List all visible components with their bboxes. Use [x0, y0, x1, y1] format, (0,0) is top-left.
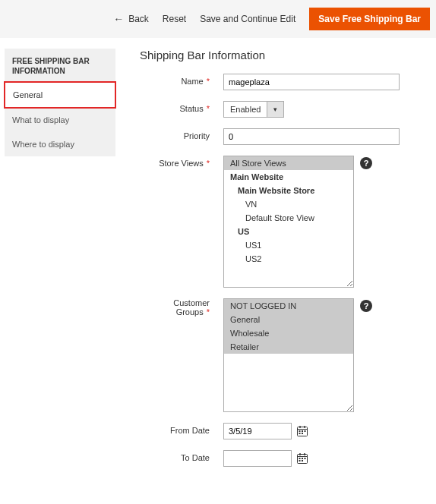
svg-rect-4 [299, 430, 301, 432]
list-item[interactable]: US [224, 225, 353, 238]
svg-rect-15 [305, 458, 306, 459]
back-label: Back [128, 14, 149, 24]
list-item[interactable]: US1 [224, 238, 353, 252]
list-item[interactable]: Wholesale [224, 326, 353, 340]
sidebar-item-what-to-display[interactable]: What to display [5, 108, 115, 132]
sidebar-item-where-to-display[interactable]: Where to display [5, 132, 115, 156]
calendar-icon[interactable] [296, 452, 308, 465]
main-wrap: FREE SHIPPING BAR INFORMATION General Wh… [0, 38, 436, 477]
store-views-multiselect[interactable]: All Store ViewsMain WebsiteMain Website … [223, 156, 354, 288]
priority-input[interactable] [223, 128, 400, 145]
list-item[interactable]: Default Store View [224, 211, 353, 225]
customer-groups-multiselect[interactable]: NOT LOGGED INGeneralWholesaleRetailer [223, 298, 354, 412]
list-item[interactable]: Main Website [224, 170, 353, 184]
sidebar-item-label: General [13, 90, 43, 99]
chevron-down-icon[interactable]: ▾ [267, 101, 284, 118]
content: Shipping Bar Information Name* Status* E… [115, 49, 436, 477]
page-title: Shipping Bar Information [140, 49, 428, 61]
row-priority: Priority [140, 128, 428, 145]
list-item[interactable]: NOT LOGGED IN [224, 299, 353, 313]
status-value: Enabled [223, 101, 267, 118]
row-name: Name* [140, 74, 428, 90]
svg-rect-5 [302, 430, 303, 432]
name-input[interactable] [223, 74, 400, 90]
label-store-views: Store Views* [140, 156, 210, 168]
row-status: Status* Enabled ▾ [140, 101, 428, 118]
arrow-left-icon: ← [113, 13, 124, 25]
calendar-icon[interactable] [296, 425, 308, 437]
list-item[interactable]: Retailer [224, 340, 353, 354]
sidebar-item-general[interactable]: General [4, 81, 116, 109]
list-item[interactable]: Main Website Store [224, 184, 353, 197]
row-from-date: From Date [140, 423, 428, 439]
top-action-bar: ← Back Reset Save and Continue Edit Save… [0, 0, 436, 38]
svg-rect-8 [302, 433, 303, 434]
list-item[interactable]: General [224, 313, 353, 326]
save-label: Save Free Shipping Bar [318, 14, 421, 24]
svg-rect-7 [299, 433, 301, 434]
row-store-views: Store Views* All Store ViewsMain Website… [140, 156, 428, 288]
svg-rect-14 [302, 458, 303, 459]
svg-rect-6 [305, 430, 306, 432]
reset-label: Reset [163, 14, 186, 24]
sidebar-box: FREE SHIPPING BAR INFORMATION General Wh… [5, 49, 115, 156]
save-continue-label: Save and Continue Edit [200, 14, 295, 24]
row-customer-groups: CustomerGroups* NOT LOGGED INGeneralWhol… [140, 298, 428, 412]
save-continue-button[interactable]: Save and Continue Edit [200, 14, 295, 24]
sidebar-title: FREE SHIPPING BAR INFORMATION [5, 49, 115, 82]
reset-button[interactable]: Reset [163, 14, 186, 24]
label-from-date: From Date [140, 423, 210, 435]
label-status: Status* [140, 101, 210, 113]
label-to-date: To Date [140, 450, 210, 462]
svg-rect-17 [302, 460, 303, 461]
label-priority: Priority [140, 128, 210, 140]
list-item[interactable]: All Store Views [224, 156, 353, 170]
from-date-input[interactable] [223, 423, 292, 439]
to-date-input[interactable] [223, 450, 292, 467]
label-customer-groups: CustomerGroups* [140, 298, 210, 317]
sidebar-item-label: What to display [12, 115, 69, 124]
back-button[interactable]: ← Back [113, 13, 149, 25]
status-select[interactable]: Enabled ▾ [223, 101, 284, 118]
help-icon[interactable]: ? [360, 300, 372, 312]
label-name: Name* [140, 74, 210, 86]
list-item[interactable]: US2 [224, 252, 353, 266]
save-button[interactable]: Save Free Shipping Bar [309, 8, 430, 30]
svg-rect-16 [299, 460, 301, 461]
sidebar: FREE SHIPPING BAR INFORMATION General Wh… [0, 49, 115, 477]
svg-rect-13 [299, 458, 301, 459]
row-to-date: To Date [140, 450, 428, 467]
sidebar-item-label: Where to display [12, 140, 74, 149]
list-item[interactable]: VN [224, 197, 353, 211]
help-icon[interactable]: ? [360, 157, 372, 169]
